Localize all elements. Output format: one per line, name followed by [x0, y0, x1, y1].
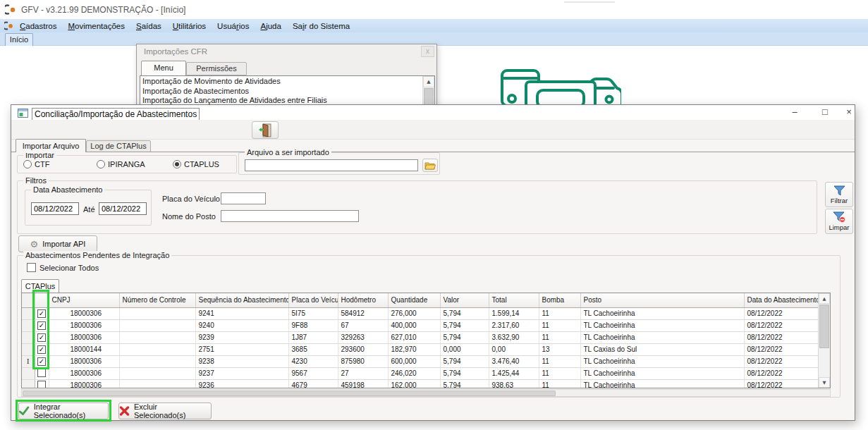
- menu-bar: CadastrosMovimentaçõesSaídasUtilitáriosU…: [0, 19, 868, 32]
- col-data[interactable]: Data do Abastecimento: [744, 293, 819, 307]
- cell-placa: 4230: [288, 355, 338, 367]
- col-hodometro[interactable]: Hodômetro: [338, 293, 388, 307]
- menu-item[interactable]: Movimentações: [62, 20, 130, 32]
- radio-label: IPIRANGA: [108, 160, 145, 168]
- row-checkbox-cell[interactable]: ✓: [35, 307, 49, 319]
- row-checkbox-icon[interactable]: ✓: [37, 345, 46, 354]
- row-checkbox-cell[interactable]: [35, 379, 49, 388]
- filter-icon: [833, 185, 845, 196]
- dialog-titlebar: Conciliação/Importação de Abastecimentos…: [11, 105, 855, 120]
- cell-bomba: 11: [539, 355, 580, 367]
- radio-option[interactable]: CTF: [23, 160, 49, 168]
- table-row[interactable]: ✓1800014427513685293600182,9700,0000,001…: [22, 343, 819, 355]
- menu-item[interactable]: Saídas: [130, 20, 167, 32]
- col-valor[interactable]: Valor: [440, 293, 489, 307]
- row-checkbox-cell[interactable]: ✓: [35, 331, 49, 343]
- cell-bomba: 11: [539, 379, 580, 388]
- cell-posto: TL Cachoeirinha: [580, 379, 744, 388]
- col-sequencia[interactable]: Sequência do Abastecimento: [195, 293, 288, 307]
- table-row[interactable]: ✓1800030692415I75584912276,0005,7941.599…: [22, 307, 819, 319]
- row-indicator: [22, 343, 35, 355]
- cell-cnpj: 18000306: [49, 331, 119, 343]
- cell-hodometro: 67: [338, 319, 388, 331]
- cell-cnpj: 18000306: [49, 355, 119, 367]
- tab-importar-arquivo[interactable]: Importar Arquivo: [16, 139, 86, 152]
- table-row[interactable]: 180003069237956727246,0205,7941.425,4411…: [22, 367, 819, 379]
- col-bomba[interactable]: Bomba: [539, 293, 580, 307]
- excluir-button[interactable]: Excluir Selecionado(s): [118, 403, 212, 419]
- exit-door-icon: [258, 123, 272, 137]
- menu-item[interactable]: Usuários: [212, 20, 255, 32]
- browse-folder-button[interactable]: [422, 159, 438, 172]
- radio-icon: [97, 160, 105, 168]
- cfr-tab-menu[interactable]: Menu: [141, 61, 186, 75]
- integrar-button[interactable]: Integrar Selecionado(s): [18, 403, 109, 419]
- importar-api-button[interactable]: ⚙ Importar API: [18, 235, 97, 252]
- importar-api-label: Importar API: [42, 240, 85, 248]
- radio-option[interactable]: CTAPLUS: [173, 160, 219, 168]
- scroll-down-icon[interactable]: ▼: [819, 377, 830, 388]
- row-checkbox-icon[interactable]: [37, 369, 46, 377]
- cell-data: 08/12/2022: [744, 331, 819, 343]
- tab-inicio[interactable]: Início: [5, 33, 33, 46]
- radio-option[interactable]: IPIRANGA: [97, 160, 145, 168]
- cell-cnpj: 18000306: [49, 307, 119, 319]
- list-item[interactable]: Importação de Abastecimentos: [140, 87, 434, 97]
- scroll-thumb[interactable]: [819, 305, 829, 348]
- scroll-up-icon[interactable]: ▲: [423, 76, 434, 87]
- arquivo-input[interactable]: [245, 159, 418, 171]
- menu-item[interactable]: Utilitários: [167, 20, 212, 32]
- nome-posto-input[interactable]: [221, 210, 359, 222]
- row-checkbox-icon[interactable]: ✓: [37, 333, 46, 342]
- data-from-input[interactable]: [31, 202, 79, 215]
- limpar-button[interactable]: Limpar: [825, 209, 853, 234]
- list-item[interactable]: Importação de Movimento de Atividades: [140, 77, 434, 87]
- grid-table: CNPJ Número de Controle Sequência do Aba…: [22, 293, 820, 388]
- exit-button[interactable]: [252, 121, 279, 139]
- grid-vertical-scrollbar[interactable]: ▲ ▼: [818, 293, 830, 388]
- grid-horizontal-scrollbar[interactable]: [21, 389, 831, 397]
- scroll-thumb[interactable]: [23, 391, 556, 396]
- row-checkbox-icon[interactable]: ✓: [37, 321, 46, 330]
- menu-item[interactable]: Sair do Sistema: [287, 20, 355, 32]
- close-button[interactable]: ×: [838, 105, 860, 120]
- table-row[interactable]: I✓1800030692384230875980600,0005,7943.47…: [22, 355, 819, 367]
- filtrar-button[interactable]: Filtrar: [825, 182, 853, 207]
- dialog-icon: [18, 109, 28, 118]
- col-cnpj[interactable]: CNPJ: [49, 293, 119, 307]
- row-checkbox-icon[interactable]: ✓: [37, 309, 46, 318]
- row-checkbox-cell[interactable]: ✓: [35, 319, 49, 331]
- col-posto[interactable]: Posto: [580, 293, 744, 307]
- maximize-button[interactable]: □: [814, 105, 836, 120]
- cell-numero-controle: [119, 331, 195, 343]
- row-checkbox-icon[interactable]: ✓: [37, 357, 46, 366]
- row-checkbox-cell[interactable]: ✓: [35, 343, 49, 355]
- cell-posto: TL Caxias do Sul: [580, 343, 744, 355]
- row-checkbox-icon[interactable]: [37, 381, 46, 389]
- row-checkbox-cell[interactable]: ✓: [35, 355, 49, 367]
- cfr-close-button[interactable]: x: [421, 46, 434, 57]
- col-row-header: [22, 293, 35, 307]
- cell-bomba: 11: [539, 331, 580, 343]
- radio-icon: [173, 160, 181, 168]
- col-total[interactable]: Total: [489, 293, 539, 307]
- data-to-input[interactable]: [99, 202, 147, 215]
- cell-sequencia: 9240: [195, 319, 288, 331]
- minimize-button[interactable]: –: [783, 105, 806, 120]
- row-checkbox-cell[interactable]: [35, 367, 49, 379]
- cfr-tab-permissoes[interactable]: Permissões: [186, 62, 247, 75]
- table-row[interactable]: 1800030692364679459198162,0005,794938,63…: [22, 379, 819, 388]
- placa-input[interactable]: [221, 192, 266, 204]
- col-quantidade[interactable]: Quantidade: [388, 293, 440, 307]
- menu-item[interactable]: Ajuda: [255, 20, 287, 32]
- tab-ctaplus[interactable]: CTAPlus: [21, 279, 59, 293]
- table-row[interactable]: ✓1800030692391J87329263627,0105,7943.632…: [22, 331, 819, 343]
- cell-sequencia: 9241: [195, 307, 288, 319]
- col-numero-controle[interactable]: Número de Controle: [119, 293, 195, 307]
- scroll-up-icon[interactable]: ▲: [819, 293, 830, 304]
- menu-item[interactable]: Cadastros: [14, 20, 62, 32]
- col-placa[interactable]: Placa do Veículo: [288, 293, 338, 307]
- table-row[interactable]: ✓1800030692409F8867400,0005,7942.317,601…: [22, 319, 819, 331]
- tab-log-ctaplus[interactable]: Log de CTAPlus: [86, 140, 151, 152]
- selecionar-todos-checkbox[interactable]: [27, 263, 36, 272]
